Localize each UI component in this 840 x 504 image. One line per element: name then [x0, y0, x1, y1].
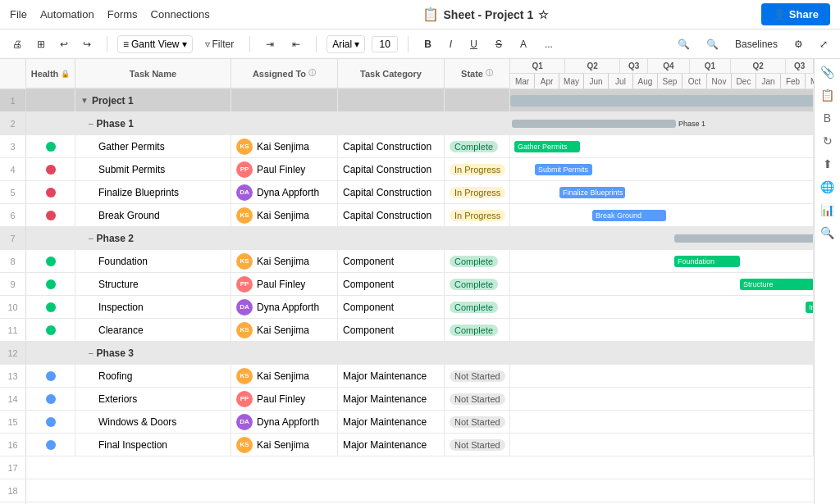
cell-state: Complete: [445, 319, 510, 341]
sidebar-attachments-icon[interactable]: 📎: [820, 66, 834, 79]
sidebar-search-icon[interactable]: 🔍: [820, 226, 834, 239]
share-button[interactable]: 👤 Share: [761, 3, 830, 25]
col-category[interactable]: Task Category: [338, 59, 445, 89]
expand-button[interactable]: ⤢: [814, 35, 833, 53]
gantt-view-dropdown[interactable]: ≡ Gantt View ▾: [117, 35, 193, 53]
assigned-name: Kai Senjima: [257, 141, 309, 152]
cell-task[interactable]: Foundation: [75, 250, 231, 272]
indent-button[interactable]: ⇥: [260, 35, 280, 53]
text-color-button[interactable]: A: [514, 35, 532, 53]
assigned-name: Kai Senjima: [257, 256, 309, 267]
cell-task[interactable]: Submit Permits: [75, 158, 231, 180]
redo-button[interactable]: ↪: [77, 35, 97, 53]
avatar: PP: [236, 391, 253, 407]
status-badge: Complete: [450, 256, 498, 267]
menu-file[interactable]: File: [10, 8, 27, 20]
row-number: 12: [0, 342, 26, 364]
cell-task[interactable]: Structure: [75, 273, 231, 295]
status-badge: Complete: [450, 141, 498, 152]
cell-state: Not Started: [445, 365, 510, 387]
phase-label: Phase 1: [97, 118, 134, 129]
cell-task[interactable]: Gather Permits: [75, 135, 231, 157]
more-button[interactable]: ...: [539, 35, 559, 53]
menu-automation[interactable]: Automation: [40, 8, 94, 20]
assigned-name: Dyna Appforth: [257, 187, 319, 198]
gantt-bar: Gather Permits: [514, 141, 580, 152]
sheet-name[interactable]: Sheet - Project 1: [444, 8, 534, 21]
table-row: 2 – Phase 1 Phase 1: [0, 112, 814, 135]
cell-gantt: Roofing: [510, 365, 814, 387]
col-task[interactable]: Task Name: [75, 59, 231, 89]
row-number: 16: [0, 434, 26, 456]
cell-task[interactable]: Break Ground: [75, 204, 231, 226]
col-state[interactable]: State ⓘ: [445, 59, 510, 89]
cell-task[interactable]: – Phase 2: [75, 227, 231, 249]
gantt-bar: Submit Permits: [535, 164, 592, 175]
cell-task[interactable]: ▼ Project 1: [75, 89, 231, 111]
sidebar-globe-icon[interactable]: 🌐: [820, 180, 834, 193]
cell-state: Complete: [445, 250, 510, 272]
zoom-in-button[interactable]: 🔍: [701, 35, 724, 53]
sidebar-export-icon[interactable]: ⬆: [823, 157, 833, 170]
avatar: DA: [236, 414, 253, 430]
zoom-out-button[interactable]: 🔍: [672, 35, 696, 53]
cell-assigned: PP Paul Finley: [231, 273, 338, 295]
underline-button[interactable]: U: [464, 35, 483, 53]
menu-forms[interactable]: Forms: [107, 8, 138, 20]
filter-button[interactable]: ▿ Filter: [199, 35, 240, 53]
col-assigned[interactable]: Assigned To ⓘ: [231, 59, 338, 89]
sidebar-history-icon[interactable]: ↻: [823, 134, 833, 148]
outdent-button[interactable]: ⇤: [286, 35, 306, 53]
cell-state: [445, 89, 510, 111]
sidebar-bold-icon[interactable]: B: [824, 111, 831, 125]
bold-button[interactable]: B: [418, 35, 437, 53]
cell-task[interactable]: Finalize Blueprints: [75, 181, 231, 203]
month-row: Mar Apr May Jun Jul Aug Sep Oct Nov Dec …: [510, 74, 814, 89]
cell-gantt: Phase 1: [510, 112, 814, 134]
collapse-icon[interactable]: –: [89, 119, 94, 128]
cell-assigned: KS Kai Senjima: [231, 319, 338, 341]
star-icon[interactable]: ☆: [538, 8, 549, 21]
font-size-input[interactable]: [372, 36, 398, 52]
italic-button[interactable]: I: [444, 35, 458, 53]
grid-button[interactable]: ⊞: [31, 35, 51, 53]
cell-task[interactable]: Roofing: [75, 365, 231, 387]
cell-task[interactable]: – Phase 1: [75, 112, 231, 134]
gantt-bar: Finalize Blueprints: [559, 187, 625, 198]
health-indicator: [46, 142, 56, 152]
font-dropdown[interactable]: Arial ▾: [326, 35, 365, 53]
baselines-button[interactable]: Baselines: [729, 35, 783, 53]
phase-label: Phase 3: [97, 347, 134, 359]
col-health[interactable]: Health 🔒: [26, 59, 75, 89]
assigned-name: Kai Senjima: [257, 370, 309, 382]
collapse-icon[interactable]: –: [89, 234, 94, 243]
cell-task[interactable]: Final Inspection: [75, 434, 231, 456]
cell-task[interactable]: Exteriors: [75, 388, 231, 410]
share-icon: 👤: [773, 8, 786, 20]
assigned-name: Paul Finley: [257, 393, 305, 405]
undo-button[interactable]: ↩: [54, 35, 74, 53]
print-button[interactable]: 🖨: [7, 35, 28, 53]
month-aug: Aug: [633, 74, 658, 89]
cell-state: Not Started: [445, 434, 510, 456]
q1-header: Q1: [510, 59, 565, 73]
collapse-icon[interactable]: ▼: [80, 96, 89, 105]
collapse-icon[interactable]: –: [89, 348, 94, 357]
cell-task[interactable]: Inspection: [75, 296, 231, 318]
strikethrough-button[interactable]: S: [490, 35, 508, 53]
sidebar-forms-icon[interactable]: 📋: [820, 89, 834, 102]
month-feb: Feb: [781, 74, 806, 89]
settings-button[interactable]: ⚙: [788, 35, 809, 53]
cell-category: Major Maintenance: [338, 365, 445, 387]
cell-task[interactable]: Windows & Doors: [75, 411, 231, 433]
row-number: 4: [0, 158, 26, 180]
cell-task[interactable]: – Phase 3: [75, 342, 231, 364]
grid-body[interactable]: 1 ▼ Project 1 Project 1 2: [0, 89, 814, 504]
table-row: 18: [0, 479, 814, 502]
toolbar: 🖨 ⊞ ↩ ↪ ≡ Gantt View ▾ ▿ Filter ⇥ ⇤ Aria…: [0, 30, 840, 59]
cell-state: [445, 342, 510, 364]
sidebar-chart-icon[interactable]: 📊: [820, 203, 834, 216]
menu-connections[interactable]: Connections: [151, 8, 210, 20]
cell-task[interactable]: Clearance: [75, 319, 231, 341]
assigned-name: Kai Senjima: [257, 325, 309, 336]
